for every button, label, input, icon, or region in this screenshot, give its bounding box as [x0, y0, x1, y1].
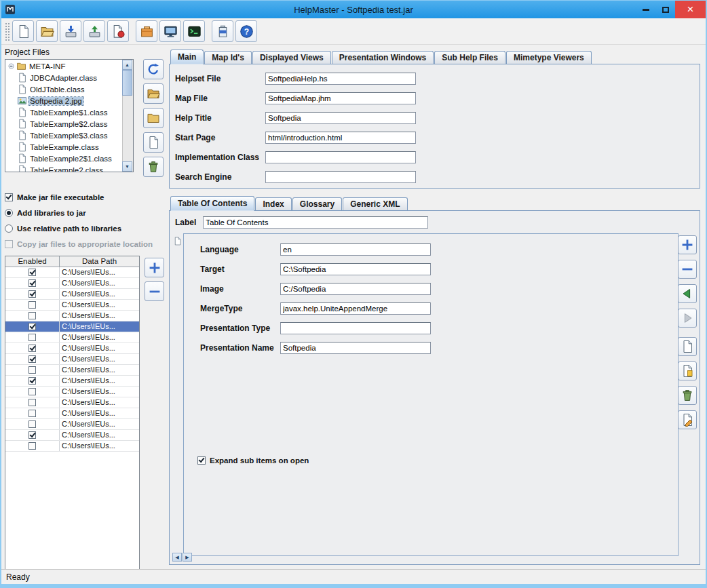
tab-sub-help-files[interactable]: Sub Help Files [434, 51, 505, 64]
data-path-cell[interactable]: C:\Users\IEUs... [60, 267, 139, 277]
table-row[interactable]: C:\Users\IEUs... [5, 311, 139, 321]
tab-map-id-s[interactable]: Map Id's [204, 51, 252, 64]
enabled-cell[interactable] [5, 321, 60, 332]
title-bar[interactable]: HelpMaster - Softpedia test.jar [1, 1, 706, 18]
enabled-cell[interactable] [5, 289, 60, 299]
row-checkbox-icon[interactable] [28, 366, 36, 374]
build-jar-button[interactable] [136, 20, 157, 42]
maximize-button[interactable] [655, 1, 675, 18]
column-header-data-path[interactable]: Data Path [60, 256, 139, 267]
data-path-cell[interactable]: C:\Users\IEUs... [60, 278, 139, 288]
tree-scrollbar[interactable] [122, 60, 133, 172]
remove-item-button[interactable] [678, 260, 697, 279]
tree-item[interactable]: META-INF [5, 60, 123, 72]
enabled-cell[interactable] [5, 267, 60, 277]
data-path-cell[interactable]: C:\Users\IEUs... [60, 376, 139, 386]
table-row[interactable]: C:\Users\IEUs... [5, 408, 139, 419]
tree-item[interactable]: TableExample2$1.class [5, 153, 123, 164]
row-checkbox-icon[interactable] [28, 410, 36, 417]
remove-library-button[interactable] [145, 281, 164, 301]
open-button[interactable] [36, 20, 58, 42]
table-row[interactable]: C:\Users\IEUs... [5, 289, 139, 300]
table-row[interactable]: C:\Users\IEUs... [5, 376, 139, 387]
checkbox-icon[interactable] [5, 193, 13, 201]
open-folder-button[interactable] [143, 83, 164, 104]
use-relative-path-to-libraries-option[interactable]: Use relative path to libraries [5, 220, 168, 236]
item-document-button[interactable] [678, 337, 697, 356]
table-row[interactable]: C:\Users\IEUs... [5, 441, 139, 452]
checkbox-icon[interactable] [197, 456, 206, 465]
row-checkbox-icon[interactable] [28, 399, 36, 406]
table-row[interactable]: C:\Users\IEUs... [5, 397, 139, 408]
mergetype-input[interactable] [280, 302, 431, 315]
data-path-cell[interactable]: C:\Users\IEUs... [60, 289, 139, 299]
enabled-cell[interactable] [5, 365, 60, 375]
column-header-enabled[interactable]: Enabled [5, 256, 60, 267]
row-checkbox-icon[interactable] [28, 312, 36, 319]
data-path-cell[interactable]: C:\Users\IEUs... [60, 430, 139, 440]
tree-item[interactable]: OldJTable.class [5, 83, 123, 95]
row-checkbox-icon[interactable] [28, 290, 36, 298]
delete-button[interactable] [143, 157, 164, 177]
tree-item[interactable]: TableExample$1.class [5, 106, 123, 118]
data-path-cell[interactable]: C:\Users\IEUs... [60, 419, 139, 429]
table-row[interactable]: C:\Users\IEUs... [5, 332, 139, 343]
tree-item[interactable]: JDBCAdapter.class [5, 72, 123, 83]
add-libraries-to-jar-option[interactable]: Add libraries to jar [5, 205, 168, 220]
helpset-file-input[interactable] [265, 73, 416, 85]
tab-table-of-contents[interactable]: Table Of Contents [170, 196, 254, 211]
tree-item[interactable]: Softpedia 2.jpg [5, 95, 123, 106]
row-checkbox-icon[interactable] [28, 388, 36, 395]
image-input[interactable] [280, 283, 431, 295]
data-path-cell[interactable]: C:\Users\IEUs... [60, 354, 139, 364]
refresh-button[interactable] [143, 59, 164, 79]
row-checkbox-icon[interactable] [28, 345, 36, 352]
libraries-table[interactable]: EnabledData Path C:\Users\IEUs...C:\User… [5, 256, 140, 569]
scroll-left-button[interactable] [172, 553, 182, 562]
scroll-down-button[interactable] [122, 161, 132, 172]
new-button[interactable] [12, 20, 34, 42]
data-path-cell[interactable]: C:\Users\IEUs... [60, 343, 139, 353]
target-input[interactable] [280, 263, 431, 275]
enabled-cell[interactable] [5, 376, 60, 386]
help-title-input[interactable] [265, 112, 416, 124]
data-path-cell[interactable]: C:\Users\IEUs... [60, 387, 139, 397]
data-path-cell[interactable]: C:\Users\IEUs... [60, 441, 139, 451]
data-path-cell[interactable]: C:\Users\IEUs... [60, 397, 139, 408]
toc-node-icon[interactable] [173, 236, 182, 248]
minimize-button[interactable] [636, 1, 655, 18]
table-row[interactable]: C:\Users\IEUs... [5, 278, 139, 289]
tree-item[interactable]: TableExample$2.class [5, 118, 123, 130]
save-as-button[interactable] [83, 20, 105, 42]
data-path-cell[interactable]: C:\Users\IEUs... [60, 311, 139, 321]
folder-button[interactable] [143, 108, 164, 128]
preview-button[interactable] [159, 20, 181, 42]
tree-item[interactable]: TableExample.class [5, 141, 123, 153]
add-item-button[interactable] [678, 235, 697, 254]
table-row[interactable]: C:\Users\IEUs... [5, 300, 139, 311]
row-checkbox-icon[interactable] [28, 431, 36, 439]
map-file-input[interactable] [265, 92, 416, 104]
start-page-input[interactable] [265, 132, 416, 144]
toc-tree[interactable] [173, 236, 182, 248]
tree-expand-handle[interactable] [7, 62, 16, 71]
scrollbar-thumb[interactable] [122, 70, 132, 96]
presentation-name-input[interactable] [280, 342, 431, 354]
presentation-type-input[interactable] [280, 322, 431, 334]
enabled-cell[interactable] [5, 430, 60, 440]
project-files-tree[interactable]: META-INFJDBCAdapter.classOldJTable.class… [5, 59, 134, 172]
implementation-class-input[interactable] [265, 151, 416, 163]
row-checkbox-icon[interactable] [28, 269, 36, 276]
toc-horizontal-scrollbar[interactable] [172, 553, 192, 562]
enabled-cell[interactable] [5, 311, 60, 321]
row-checkbox-icon[interactable] [28, 377, 36, 385]
scroll-up-button[interactable] [122, 60, 132, 70]
scroll-right-button[interactable] [183, 553, 192, 562]
tab-presentation-windows[interactable]: Presentation Windows [332, 51, 434, 64]
help-button[interactable]: ? [235, 20, 257, 42]
enabled-cell[interactable] [5, 300, 60, 310]
item-edit-button[interactable] [678, 410, 697, 429]
export-button[interactable] [107, 20, 129, 42]
console-button[interactable] [183, 20, 205, 42]
data-path-cell[interactable]: C:\Users\IEUs... [60, 321, 139, 332]
